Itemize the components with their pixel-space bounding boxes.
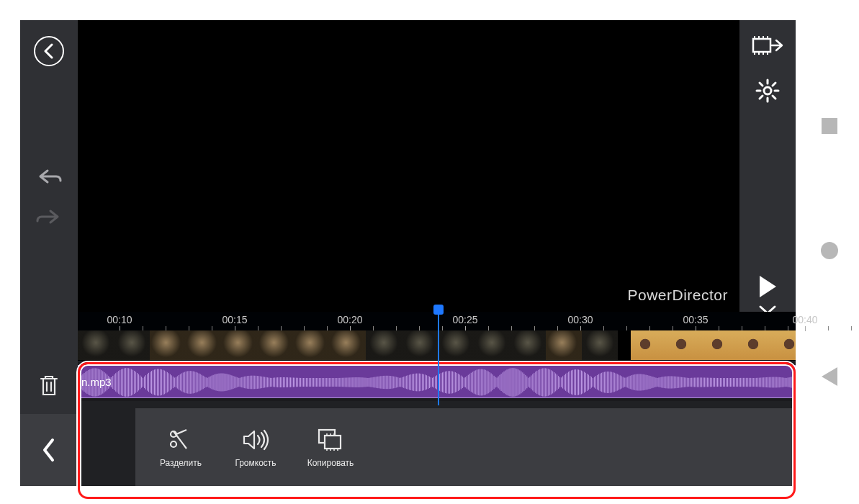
video-thumbnail[interactable] (150, 330, 186, 361)
volume-label: Громкость (235, 458, 276, 468)
system-back-button[interactable] (822, 367, 837, 386)
video-thumbnail[interactable] (546, 330, 582, 361)
video-thumbnail[interactable] (703, 330, 739, 361)
ruler-label: 00:20 (337, 314, 362, 325)
split-icon (168, 427, 194, 453)
video-thumbnail[interactable] (438, 330, 474, 361)
collapse-panel-button[interactable] (20, 414, 78, 486)
clip-toolbar: Разделить Громкость Копировать (135, 408, 796, 486)
export-button[interactable] (752, 35, 783, 56)
video-thumbnail[interactable] (775, 330, 796, 361)
delete-button[interactable] (20, 367, 78, 403)
undo-button[interactable] (35, 167, 63, 186)
split-label: Разделить (160, 458, 202, 468)
video-preview[interactable] (78, 20, 739, 305)
screen-container: PowerDirector 00:1000:1500:2000:2500:300… (0, 0, 859, 504)
ruler-label: 00:25 (452, 314, 477, 325)
watermark-label: PowerDirector (627, 287, 728, 304)
video-thumbnail[interactable] (78, 330, 114, 361)
copy-icon (317, 428, 344, 452)
play-icon (757, 274, 778, 299)
system-nav-bar (800, 0, 859, 504)
system-recent-button[interactable] (822, 118, 837, 134)
copy-label: Копировать (307, 458, 354, 468)
system-home-button[interactable] (821, 242, 838, 259)
right-toolbar (739, 20, 796, 312)
playhead[interactable] (438, 312, 439, 405)
split-button[interactable]: Разделить (153, 426, 209, 468)
video-thumbnail[interactable] (739, 330, 775, 361)
svg-point-1 (764, 87, 771, 94)
audio-waveform (78, 366, 795, 398)
video-thumbnail[interactable] (258, 330, 294, 361)
audio-clip[interactable]: n.mp3 (78, 365, 796, 398)
back-icon (43, 43, 55, 59)
undo-icon (35, 167, 63, 186)
timeline-area: 00:1000:1500:2000:2500:3000:3500:40 n.mp… (78, 312, 796, 486)
ruler-label: 00:35 (683, 314, 708, 325)
video-thumbnail[interactable] (402, 330, 438, 361)
video-thumbnail[interactable] (667, 330, 703, 361)
video-thumbnail[interactable] (366, 330, 402, 361)
svg-rect-3 (325, 436, 341, 449)
video-thumbnail[interactable] (114, 330, 150, 361)
undo-redo-group (35, 167, 63, 226)
video-thumbnail[interactable] (631, 330, 667, 361)
video-track[interactable] (78, 330, 796, 361)
video-thumbnail[interactable] (330, 330, 366, 361)
video-thumbnail[interactable] (510, 330, 546, 361)
video-thumbnail[interactable] (618, 330, 631, 361)
back-button[interactable] (34, 36, 64, 66)
audio-clip-filename: n.mp3 (81, 376, 112, 388)
ruler-label: 00:10 (107, 314, 132, 325)
video-thumbnail[interactable] (474, 330, 510, 361)
app-window: PowerDirector 00:1000:1500:2000:2500:300… (20, 20, 796, 486)
video-thumbnail[interactable] (294, 330, 330, 361)
ruler-label: 00:40 (792, 314, 817, 325)
video-thumbnail[interactable] (582, 330, 618, 361)
volume-icon (241, 428, 270, 451)
svg-rect-0 (753, 39, 770, 52)
copy-button[interactable]: Копировать (302, 426, 359, 468)
gear-icon (755, 78, 781, 104)
trash-icon (38, 373, 60, 397)
ruler-label: 00:15 (222, 314, 247, 325)
volume-button[interactable]: Громкость (228, 426, 284, 468)
settings-button[interactable] (755, 78, 781, 104)
chevron-left-icon (41, 437, 57, 463)
video-thumbnail[interactable] (186, 330, 222, 361)
ruler-label: 00:30 (567, 314, 593, 325)
export-icon (752, 35, 783, 56)
redo-icon (35, 207, 63, 226)
redo-button[interactable] (35, 207, 63, 226)
video-thumbnail[interactable] (222, 330, 258, 361)
left-toolbar (20, 20, 78, 486)
audio-track[interactable]: n.mp3 (78, 362, 796, 401)
